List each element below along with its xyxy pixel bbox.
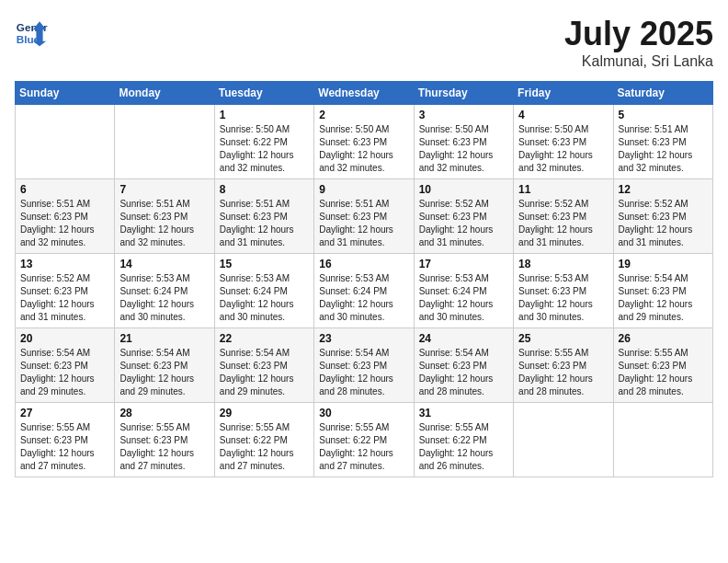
day-number: 22 [220, 332, 309, 345]
calendar-cell [514, 403, 613, 477]
day-number: 3 [419, 109, 508, 121]
day-number: 2 [319, 109, 408, 121]
day-number: 4 [518, 109, 608, 121]
page-header: General Blue July 2025 Kalmunai, Sri Lan… [15, 15, 713, 70]
day-number: 12 [619, 183, 708, 196]
day-info: Sunrise: 5:52 AMSunset: 6:23 PMDaylight:… [619, 198, 708, 249]
day-number: 6 [20, 183, 109, 196]
calendar-cell: 22Sunrise: 5:54 AMSunset: 6:23 PMDayligh… [214, 328, 313, 403]
calendar-cell: 18Sunrise: 5:53 AMSunset: 6:23 PMDayligh… [514, 254, 613, 328]
calendar-cell: 21Sunrise: 5:54 AMSunset: 6:23 PMDayligh… [115, 328, 214, 403]
calendar-cell: 27Sunrise: 5:55 AMSunset: 6:23 PMDayligh… [16, 403, 115, 477]
calendar-cell: 14Sunrise: 5:53 AMSunset: 6:24 PMDayligh… [115, 254, 214, 328]
calendar-cell: 11Sunrise: 5:52 AMSunset: 6:23 PMDayligh… [514, 179, 613, 254]
calendar-cell: 30Sunrise: 5:55 AMSunset: 6:22 PMDayligh… [314, 403, 414, 477]
calendar-cell: 15Sunrise: 5:53 AMSunset: 6:24 PMDayligh… [214, 254, 313, 328]
calendar-cell: 13Sunrise: 5:52 AMSunset: 6:23 PMDayligh… [16, 254, 115, 328]
calendar-cell: 5Sunrise: 5:51 AMSunset: 6:23 PMDaylight… [613, 105, 712, 179]
day-number: 18 [518, 258, 608, 270]
day-info: Sunrise: 5:55 AMSunset: 6:22 PMDaylight:… [220, 421, 309, 473]
day-info: Sunrise: 5:53 AMSunset: 6:24 PMDaylight:… [419, 272, 508, 324]
day-number: 27 [20, 407, 109, 419]
calendar-cell: 6Sunrise: 5:51 AMSunset: 6:23 PMDaylight… [16, 179, 115, 254]
day-number: 21 [119, 332, 209, 345]
calendar-cell: 10Sunrise: 5:52 AMSunset: 6:23 PMDayligh… [414, 179, 513, 254]
day-number: 28 [119, 407, 209, 419]
day-number: 30 [319, 407, 408, 419]
day-info: Sunrise: 5:52 AMSunset: 6:23 PMDaylight:… [518, 198, 608, 249]
day-number: 19 [619, 258, 708, 270]
month-title: July 2025 [564, 15, 713, 53]
calendar-cell [115, 105, 214, 179]
day-info: Sunrise: 5:52 AMSunset: 6:23 PMDaylight:… [20, 272, 109, 324]
day-number: 29 [220, 407, 309, 419]
day-info: Sunrise: 5:55 AMSunset: 6:23 PMDaylight:… [119, 421, 209, 473]
day-number: 26 [619, 332, 708, 345]
day-info: Sunrise: 5:55 AMSunset: 6:22 PMDaylight:… [419, 421, 508, 473]
day-info: Sunrise: 5:55 AMSunset: 6:22 PMDaylight:… [319, 421, 408, 473]
calendar-cell: 19Sunrise: 5:54 AMSunset: 6:23 PMDayligh… [613, 254, 712, 328]
calendar-cell: 24Sunrise: 5:54 AMSunset: 6:23 PMDayligh… [414, 328, 513, 403]
calendar-cell [16, 105, 115, 179]
calendar-cell: 20Sunrise: 5:54 AMSunset: 6:23 PMDayligh… [16, 328, 115, 403]
day-number: 31 [419, 407, 508, 419]
day-number: 17 [419, 258, 508, 270]
day-info: Sunrise: 5:54 AMSunset: 6:23 PMDaylight:… [619, 272, 708, 324]
day-info: Sunrise: 5:51 AMSunset: 6:23 PMDaylight:… [619, 123, 708, 175]
day-info: Sunrise: 5:55 AMSunset: 6:23 PMDaylight:… [518, 347, 608, 398]
calendar-cell: 23Sunrise: 5:54 AMSunset: 6:23 PMDayligh… [314, 328, 414, 403]
day-info: Sunrise: 5:51 AMSunset: 6:23 PMDaylight:… [319, 198, 408, 249]
calendar-cell: 12Sunrise: 5:52 AMSunset: 6:23 PMDayligh… [613, 179, 712, 254]
day-info: Sunrise: 5:53 AMSunset: 6:24 PMDaylight:… [319, 272, 408, 324]
day-info: Sunrise: 5:51 AMSunset: 6:23 PMDaylight:… [119, 198, 209, 249]
day-info: Sunrise: 5:55 AMSunset: 6:23 PMDaylight:… [20, 421, 109, 473]
day-info: Sunrise: 5:50 AMSunset: 6:23 PMDaylight:… [319, 123, 408, 175]
day-number: 10 [419, 183, 508, 196]
day-number: 15 [220, 258, 309, 270]
day-number: 14 [119, 258, 209, 270]
day-number: 1 [220, 109, 309, 121]
day-info: Sunrise: 5:55 AMSunset: 6:23 PMDaylight:… [619, 347, 708, 398]
day-info: Sunrise: 5:53 AMSunset: 6:24 PMDaylight:… [119, 272, 209, 324]
day-number: 7 [119, 183, 209, 196]
calendar-cell: 9Sunrise: 5:51 AMSunset: 6:23 PMDaylight… [314, 179, 414, 254]
weekday-header-wednesday: Wednesday [314, 82, 414, 105]
calendar-cell: 31Sunrise: 5:55 AMSunset: 6:22 PMDayligh… [414, 403, 513, 477]
day-number: 13 [20, 258, 109, 270]
day-info: Sunrise: 5:54 AMSunset: 6:23 PMDaylight:… [220, 347, 309, 398]
calendar-cell: 2Sunrise: 5:50 AMSunset: 6:23 PMDaylight… [314, 105, 414, 179]
calendar-cell: 1Sunrise: 5:50 AMSunset: 6:22 PMDaylight… [214, 105, 313, 179]
calendar-cell: 8Sunrise: 5:51 AMSunset: 6:23 PMDaylight… [214, 179, 313, 254]
day-number: 8 [220, 183, 309, 196]
calendar-cell: 25Sunrise: 5:55 AMSunset: 6:23 PMDayligh… [514, 328, 613, 403]
day-info: Sunrise: 5:54 AMSunset: 6:23 PMDaylight:… [419, 347, 508, 398]
day-info: Sunrise: 5:50 AMSunset: 6:23 PMDaylight:… [419, 123, 508, 175]
logo: General Blue [15, 15, 51, 48]
day-info: Sunrise: 5:54 AMSunset: 6:23 PMDaylight:… [20, 347, 109, 398]
title-block: July 2025 Kalmunai, Sri Lanka [564, 15, 713, 70]
calendar-cell: 16Sunrise: 5:53 AMSunset: 6:24 PMDayligh… [314, 254, 414, 328]
calendar-cell: 26Sunrise: 5:55 AMSunset: 6:23 PMDayligh… [613, 328, 712, 403]
day-number: 23 [319, 332, 408, 345]
calendar-table: SundayMondayTuesdayWednesdayThursdayFrid… [15, 81, 713, 477]
day-info: Sunrise: 5:53 AMSunset: 6:24 PMDaylight:… [220, 272, 309, 324]
day-number: 5 [619, 109, 708, 121]
day-info: Sunrise: 5:50 AMSunset: 6:23 PMDaylight:… [518, 123, 608, 175]
weekday-header-friday: Friday [514, 82, 613, 105]
day-info: Sunrise: 5:51 AMSunset: 6:23 PMDaylight:… [220, 198, 309, 249]
day-info: Sunrise: 5:54 AMSunset: 6:23 PMDaylight:… [319, 347, 408, 398]
weekday-header-monday: Monday [115, 82, 214, 105]
location: Kalmunai, Sri Lanka [564, 53, 713, 70]
weekday-header-sunday: Sunday [16, 82, 115, 105]
day-info: Sunrise: 5:52 AMSunset: 6:23 PMDaylight:… [419, 198, 508, 249]
calendar-cell: 7Sunrise: 5:51 AMSunset: 6:23 PMDaylight… [115, 179, 214, 254]
day-info: Sunrise: 5:54 AMSunset: 6:23 PMDaylight:… [119, 347, 209, 398]
calendar-cell: 29Sunrise: 5:55 AMSunset: 6:22 PMDayligh… [214, 403, 313, 477]
day-info: Sunrise: 5:53 AMSunset: 6:23 PMDaylight:… [518, 272, 608, 324]
calendar-cell: 17Sunrise: 5:53 AMSunset: 6:24 PMDayligh… [414, 254, 513, 328]
calendar-cell: 3Sunrise: 5:50 AMSunset: 6:23 PMDaylight… [414, 105, 513, 179]
day-number: 25 [518, 332, 608, 345]
calendar-cell: 4Sunrise: 5:50 AMSunset: 6:23 PMDaylight… [514, 105, 613, 179]
day-info: Sunrise: 5:51 AMSunset: 6:23 PMDaylight:… [20, 198, 109, 249]
day-number: 24 [419, 332, 508, 345]
